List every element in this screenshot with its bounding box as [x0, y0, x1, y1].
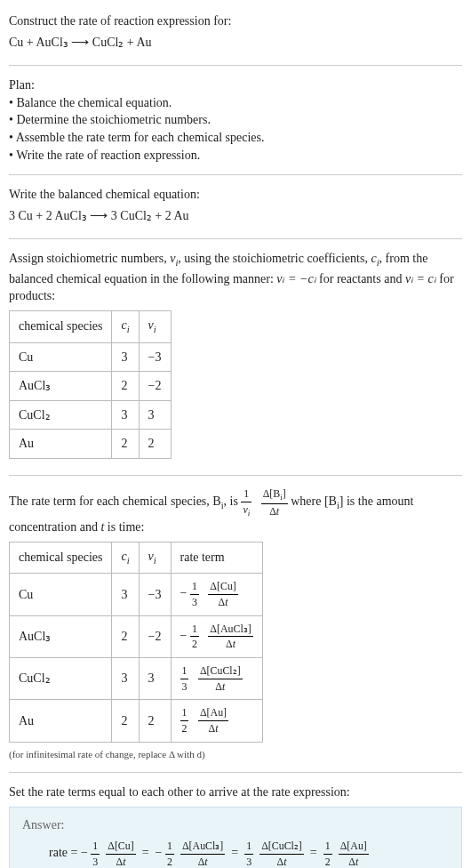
- final-section: Set the rate terms equal to each other t…: [9, 776, 462, 868]
- rate-cell: − 12 Δ[AuCl₃]Δt: [171, 615, 262, 657]
- divider: [9, 174, 462, 175]
- divider: [9, 772, 462, 773]
- col-species: chemical species: [10, 311, 112, 342]
- plan-item: • Balance the chemical equation.: [9, 94, 462, 112]
- col-c: ci: [112, 311, 139, 342]
- col-nu: νi: [139, 542, 171, 573]
- stoich-section: Assign stoichiometric numbers, νi, using…: [9, 243, 462, 471]
- divider: [9, 65, 462, 66]
- table-row: Cu 3 −3 − 13 Δ[Cu]Δt: [10, 574, 263, 615]
- stoich-text: Assign stoichiometric numbers, νi, using…: [9, 250, 462, 305]
- table-row: AuCl₃ 2 −2 − 12 Δ[AuCl₃]Δt: [10, 615, 263, 657]
- table-row: Au22: [10, 430, 172, 459]
- table-row: Cu3−3: [10, 342, 172, 372]
- table-row: Au 2 2 12 Δ[Au]Δt: [10, 700, 263, 742]
- table-row: CuCl₂ 3 3 13 Δ[CuCl₂]Δt: [10, 658, 263, 700]
- answer-box: Answer: rate = − 13 Δ[Cu]Δt = − 12 Δ[AuC…: [9, 807, 462, 868]
- delta-b-over-t: Δ[Bi]Δt: [261, 486, 288, 519]
- table-row: AuCl₃2−2: [10, 372, 172, 401]
- rate-cell: 12 Δ[Au]Δt: [171, 700, 262, 742]
- balanced-heading: Write the balanced chemical equation:: [9, 186, 462, 204]
- final-heading: Set the rate terms equal to each other t…: [9, 784, 462, 801]
- rate-cell: 13 Δ[CuCl₂]Δt: [171, 658, 262, 700]
- divider: [9, 475, 462, 476]
- balanced-section: Write the balanced chemical equation: 3 …: [9, 179, 462, 235]
- table-header-row: chemical species ci νi rate term: [10, 542, 263, 573]
- stoich-table: chemical species ci νi Cu3−3 AuCl₃2−2 Cu…: [9, 310, 172, 459]
- nu-i: νi: [170, 252, 178, 265]
- col-nu: νi: [139, 311, 171, 342]
- rateterm-section: The rate term for each chemical species,…: [9, 479, 462, 768]
- col-c: ci: [112, 542, 139, 573]
- divider: [9, 238, 462, 239]
- col-species: chemical species: [10, 542, 112, 573]
- plan-section: Plan: • Balance the chemical equation. •…: [9, 69, 462, 171]
- c-i: ci: [371, 252, 379, 265]
- intro-section: Construct the rate of reaction expressio…: [9, 5, 462, 61]
- balanced-equation: 3 Cu + 2 AuCl₃ ⟶ 3 CuCl₂ + 2 Au: [9, 207, 462, 225]
- plan-item: • Determine the stoichiometric numbers.: [9, 111, 462, 129]
- intro-heading: Construct the rate of reaction expressio…: [9, 12, 462, 30]
- one-over-nu: 1νi: [241, 486, 251, 519]
- rateterm-text: The rate term for each chemical species,…: [9, 486, 462, 536]
- rate-cell: − 13 Δ[Cu]Δt: [171, 574, 262, 615]
- plan-item: • Assemble the rate term for each chemic…: [9, 129, 462, 147]
- plan-item: • Write the rate of reaction expression.: [9, 147, 462, 165]
- answer-label: Answer:: [22, 816, 449, 834]
- infinitesimal-note: (for infinitesimal rate of change, repla…: [9, 748, 462, 761]
- col-rate: rate term: [171, 542, 262, 573]
- plan-heading: Plan:: [9, 76, 462, 94]
- table-header-row: chemical species ci νi: [10, 311, 172, 342]
- rate-expression: rate = − 13 Δ[Cu]Δt = − 12 Δ[AuCl₃]Δt = …: [49, 839, 449, 868]
- nu-eq-c: νᵢ = cᵢ: [405, 272, 436, 285]
- rateterm-table: chemical species ci νi rate term Cu 3 −3…: [9, 542, 263, 743]
- unbalanced-equation: Cu + AuCl₃ ⟶ CuCl₂ + Au: [9, 34, 462, 52]
- nu-eq-neg-c: νᵢ = −cᵢ: [276, 272, 315, 285]
- table-row: CuCl₂33: [10, 400, 172, 430]
